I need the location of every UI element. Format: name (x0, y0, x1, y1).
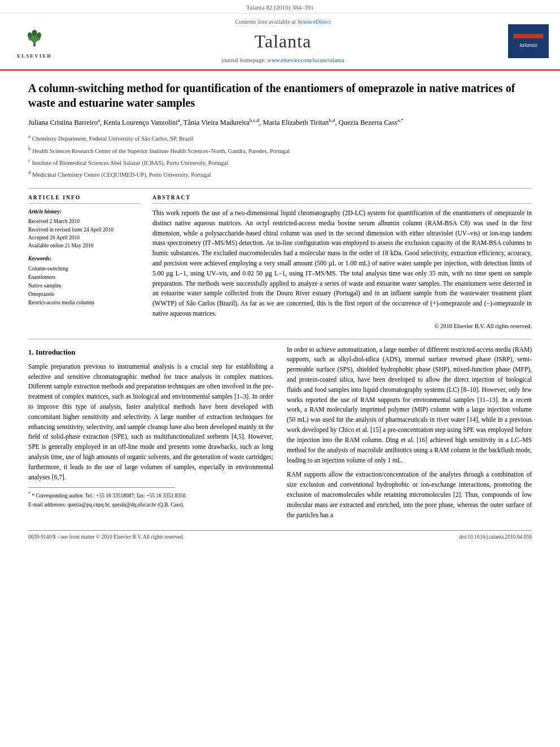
article-history-title: Article history: (28, 208, 141, 216)
footnote-divider (28, 487, 175, 488)
doi-text: doi:10.1016/j.talanta.2010.04.056 (459, 534, 532, 541)
keyword-4: Omeprazole (28, 290, 141, 299)
affil-d: d Medicinal Chemistry Centre (CEQUIMED-U… (28, 168, 532, 180)
issn-text: 0039-9140/$ – see front matter © 2010 El… (28, 534, 184, 541)
bottom-bar: 0039-9140/$ – see front matter © 2010 El… (28, 530, 532, 541)
journal-header: ELSEVIER Contents lists available at Sci… (0, 14, 560, 70)
intro-right-text-1: In order to achieve automatization, a la… (287, 345, 532, 466)
abstract-column: ABSTRACT This work reports the use of a … (152, 194, 532, 331)
intro-right-text-2: RAM supports allow the extraction/concen… (287, 470, 532, 520)
author-sup-a2: a (178, 117, 180, 123)
copyright-line: © 2010 Elsevier B.V. All rights reserved… (152, 322, 532, 331)
journal-homepage-link[interactable]: www.elsevier.com/locate/talanta (267, 57, 344, 63)
science-direct-link[interactable]: ScienceDirect (298, 19, 331, 25)
affiliations: a Chemistry Department, Federal Universi… (28, 132, 532, 180)
badge-label: talanta (519, 41, 537, 49)
affil-c: c Institute of Biomedical Sciences Abel … (28, 156, 532, 168)
keyword-1: Column-switching (28, 265, 141, 273)
keyword-5: Restrict-access media columns (28, 299, 141, 307)
abstract-heading: ABSTRACT (152, 194, 532, 204)
svg-point-5 (37, 32, 41, 37)
authors-line: Juliana Cristina Barreiroa, Kenia Louren… (28, 117, 532, 128)
main-content: A column-switching method for quantifica… (0, 71, 560, 552)
divider-1 (28, 188, 532, 189)
divider-2 (28, 339, 532, 339)
svg-rect-0 (33, 42, 36, 46)
body-section: 1. Introduction Sample preparation previ… (28, 345, 532, 525)
footnote-star: * * Corresponding author. Tel.: +55 16 3… (28, 491, 273, 500)
body-left-col: 1. Introduction Sample preparation previ… (28, 345, 273, 525)
journal-title: Talanta (255, 29, 312, 54)
keyword-3: Native samples (28, 282, 141, 290)
talanta-badge-area: talanta (506, 18, 551, 64)
intro-left-text: Sample preparation previous to instrumen… (28, 362, 273, 483)
article-info-abstract-section: ARTICLE INFO Article history: Received 2… (28, 194, 532, 331)
footnote-email: E-mail addresses: quezia@pq.cnpq.br, que… (28, 501, 273, 509)
received-date: Received 2 March 2010 (28, 217, 141, 225)
intro-section-title: 1. Introduction (28, 347, 273, 357)
keyword-2: Enantiomers (28, 273, 141, 282)
author-sup-bd: b,d (329, 117, 335, 123)
author-sup-bcd: b,c,d (250, 117, 260, 123)
keywords-section: Keywords: Column-switching Enantiomers N… (28, 255, 141, 307)
journal-center-header: Contents lists available at ScienceDirec… (65, 18, 500, 64)
badge-top-stripe (514, 34, 543, 38)
elsevier-tree-icon (24, 28, 45, 47)
elsevier-logo (15, 23, 54, 51)
author-sup-a: a (98, 117, 100, 123)
svg-point-4 (28, 32, 32, 37)
article-info-column: ARTICLE INFO Article history: Received 2… (28, 194, 141, 331)
body-right-col: In order to achieve automatization, a la… (287, 345, 532, 525)
accepted-date: Accepted 26 April 2010 (28, 234, 141, 242)
elsevier-brand: ELSEVIER (17, 53, 52, 60)
talanta-badge: talanta (508, 24, 549, 58)
abstract-text: This work reports the use of a two-dimen… (152, 208, 532, 319)
revised-date: Received in revised form 24 April 2010 (28, 226, 141, 234)
available-date: Available online 21 May 2010 (28, 242, 141, 250)
journal-homepage-line: journal homepage: www.elsevier.com/locat… (221, 56, 344, 65)
affil-a: a Chemistry Department, Federal Universi… (28, 132, 532, 143)
article-info-heading: ARTICLE INFO (28, 194, 141, 204)
keywords-title: Keywords: (28, 255, 141, 263)
svg-point-6 (32, 29, 37, 36)
author-sup-astar: a,* (397, 117, 404, 123)
elsevier-logo-area: ELSEVIER (9, 18, 60, 64)
affil-b: b Health Sciences Research Center of the… (28, 145, 532, 156)
article-history: Article history: Received 2 March 2010 R… (28, 208, 141, 250)
journal-issue-info: Talanta 82 (2010) 384–391 (0, 0, 560, 14)
science-direct-line: Contents lists available at ScienceDirec… (235, 18, 330, 27)
article-title: A column-switching method for quantifica… (28, 81, 532, 110)
